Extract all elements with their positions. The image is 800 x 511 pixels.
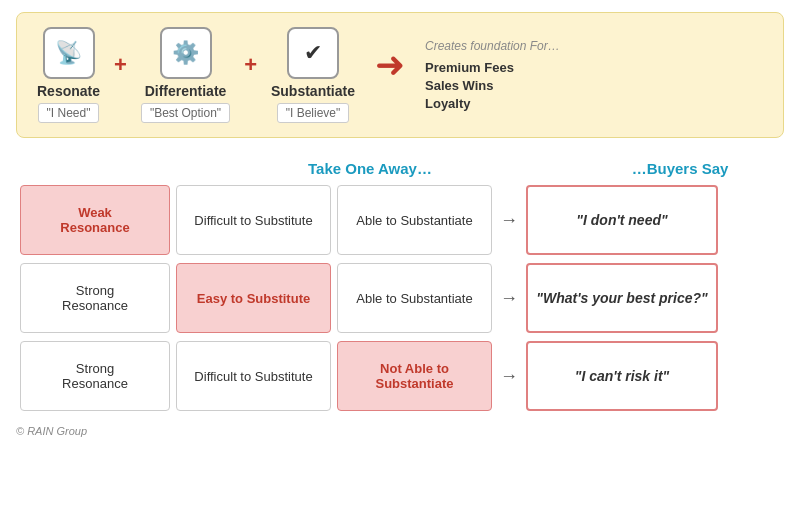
differentiate-label: Differentiate [145,83,227,99]
banner-item-differentiate: ⚙️ Differentiate "Best Option" [141,27,230,123]
result-premium: Premium Fees [425,60,514,75]
top-banner: 📡 Resonate "I Need" + ⚙️ Differentiate "… [16,12,784,138]
resonance-cell-2: Strong Resonance [20,263,170,333]
result-cell-3: "I can't risk it" [526,341,718,411]
substitute-cell-3: Difficult to Substitute [176,341,331,411]
matrix-section: Take One Away… …Buyers Say Weak Resonanc… [16,160,784,411]
result-cell-2: "What's your best price?" [526,263,718,333]
resonance-cell-1: Weak Resonance [20,185,170,255]
substitute-cell-2: Easy to Substitute [176,263,331,333]
creates-label: Creates foundation For… [425,39,560,53]
differentiate-icon: ⚙️ [160,27,212,79]
plus-icon-2: + [244,52,257,78]
row-arrow-3: → [498,366,520,387]
matrix-row-1: Weak Resonance Difficult to Substitute A… [20,185,780,255]
header-buyers: …Buyers Say [580,160,780,177]
matrix-row-3: Strong Resonance Difficult to Substitute… [20,341,780,411]
plus-icon-1: + [114,52,127,78]
footer: © RAIN Group [16,425,784,437]
footer-text: © RAIN Group [16,425,87,437]
substantiate-icon: ✔ [287,27,339,79]
substantiate-label: Substantiate [271,83,355,99]
resonate-label: Resonate [37,83,100,99]
row-arrow-1: → [498,210,520,231]
resonate-sublabel: "I Need" [38,103,100,123]
result-sales: Sales Wins [425,78,494,93]
result-cell-1: "I don't need" [526,185,718,255]
banner-items: 📡 Resonate "I Need" + ⚙️ Differentiate "… [37,27,763,123]
resonance-cell-3: Strong Resonance [20,341,170,411]
matrix-row-2: Strong Resonance Easy to Substitute Able… [20,263,780,333]
differentiate-sublabel: "Best Option" [141,103,230,123]
substantiate-sublabel: "I Believe" [277,103,350,123]
banner-item-resonate: 📡 Resonate "I Need" [37,27,100,123]
matrix-headers: Take One Away… …Buyers Say [20,160,780,177]
banner-results: Creates foundation For… Premium Fees Sal… [425,39,560,111]
row-arrow-2: → [498,288,520,309]
substantiate-cell-3: Not Able to Substantiate [337,341,492,411]
banner-item-substantiate: ✔ Substantiate "I Believe" [271,27,355,123]
substitute-cell-1: Difficult to Substitute [176,185,331,255]
substantiate-cell-1: Able to Substantiate [337,185,492,255]
resonate-icon: 📡 [43,27,95,79]
result-loyalty: Loyalty [425,96,471,111]
substantiate-cell-2: Able to Substantiate [337,263,492,333]
result-arrow-icon: ➜ [375,44,405,86]
header-take: Take One Away… [182,160,558,177]
